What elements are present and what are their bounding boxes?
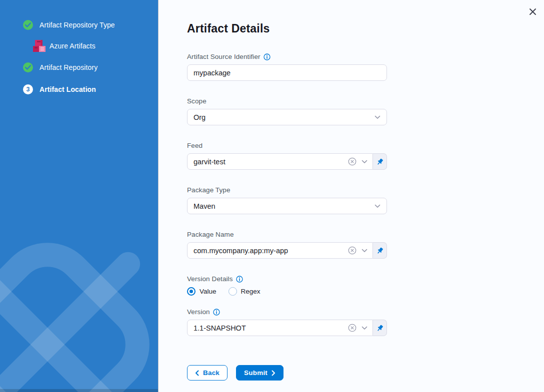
version-details-radio-group: Value Regex bbox=[187, 287, 387, 296]
field-label: Version bbox=[187, 308, 210, 316]
field-version: Version 1.1-SNAPSHOT bbox=[187, 308, 387, 336]
radio-option-regex[interactable]: Regex bbox=[228, 287, 260, 296]
scope-select[interactable]: Org bbox=[187, 109, 387, 125]
artifact-source-identifier-input[interactable] bbox=[187, 64, 387, 81]
fixed-value-pin-button[interactable] bbox=[373, 320, 387, 336]
package-type-select[interactable]: Maven bbox=[187, 198, 387, 214]
fixed-value-pin-button[interactable] bbox=[373, 242, 387, 259]
package-name-input[interactable]: com.mycompany.app:my-app bbox=[187, 242, 373, 259]
chevron-left-icon bbox=[195, 370, 199, 376]
page-title: Artifact Details bbox=[187, 22, 544, 35]
radio-label: Regex bbox=[241, 288, 260, 295]
step-artifact-location[interactable]: 3 Artifact Location bbox=[23, 84, 158, 94]
info-icon[interactable] bbox=[236, 276, 243, 283]
clear-icon[interactable] bbox=[348, 246, 357, 255]
field-artifact-source-identifier: Artifact Source Identifier bbox=[187, 52, 387, 81]
field-package-type: Package Type Maven bbox=[187, 186, 387, 214]
package-type-selected-value: Maven bbox=[194, 202, 374, 210]
step-artifact-repository[interactable]: Artifact Repository bbox=[23, 62, 158, 72]
radio-option-value[interactable]: Value bbox=[187, 287, 216, 296]
step-label: Artifact Repository Type bbox=[40, 21, 115, 29]
fixed-value-pin-button[interactable] bbox=[373, 153, 387, 170]
field-version-details: Version Details Value Regex bbox=[187, 275, 387, 296]
field-label: Feed bbox=[187, 142, 202, 149]
wizard-actions: Back Submit bbox=[187, 365, 544, 381]
field-label: Scope bbox=[187, 97, 206, 105]
wizard-steps: Artifact Repository Type Azure Ar bbox=[0, 0, 158, 94]
version-input[interactable]: 1.1-SNAPSHOT bbox=[187, 320, 373, 336]
close-icon bbox=[529, 8, 536, 15]
package-name-combobox: com.mycompany.app:my-app bbox=[187, 242, 387, 259]
feed-value: garvit-test bbox=[194, 158, 343, 166]
submit-button-label: Submit bbox=[244, 369, 268, 377]
field-scope: Scope Org bbox=[187, 97, 387, 125]
back-button[interactable]: Back bbox=[187, 365, 228, 381]
field-label: Package Name bbox=[187, 231, 234, 238]
info-icon[interactable] bbox=[213, 309, 220, 316]
feed-input[interactable]: garvit-test bbox=[187, 153, 373, 170]
sidebar-bottom-strip bbox=[0, 389, 158, 392]
scope-selected-value: Org bbox=[194, 113, 374, 121]
chevron-down-icon[interactable] bbox=[362, 160, 368, 164]
field-feed: Feed garvit-test bbox=[187, 141, 387, 170]
package-name-value: com.mycompany.app:my-app bbox=[194, 247, 343, 255]
azure-artifacts-icon bbox=[32, 38, 46, 53]
chevron-right-icon bbox=[272, 370, 276, 376]
wizard-sidebar: Artifact Repository Type Azure Ar bbox=[0, 0, 158, 392]
field-label: Package Type bbox=[187, 186, 230, 194]
artifact-wizard-modal: Artifact Repository Type Azure Ar bbox=[0, 0, 544, 392]
back-button-label: Back bbox=[203, 369, 220, 377]
radio-unselected-icon bbox=[228, 287, 237, 296]
pin-icon bbox=[376, 324, 384, 332]
chevron-down-icon bbox=[374, 204, 380, 208]
clear-icon[interactable] bbox=[348, 323, 357, 333]
submit-button[interactable]: Submit bbox=[236, 365, 284, 381]
radio-selected-icon bbox=[187, 287, 196, 296]
artifact-details-panel: Artifact Details Artifact Source Identif… bbox=[158, 0, 544, 392]
sidebar-item-azure-artifacts[interactable]: Azure Artifacts bbox=[32, 37, 158, 54]
step-label: Artifact Repository bbox=[40, 63, 98, 71]
pin-icon bbox=[376, 247, 384, 255]
field-package-name: Package Name com.mycompany.app:my-app bbox=[187, 230, 387, 259]
field-label: Artifact Source Identifier bbox=[187, 53, 260, 60]
pin-icon bbox=[376, 158, 384, 166]
info-icon[interactable] bbox=[264, 53, 270, 60]
version-combobox: 1.1-SNAPSHOT bbox=[187, 320, 387, 336]
field-label: Version Details bbox=[187, 275, 233, 283]
step-artifact-repository-type[interactable]: Artifact Repository Type bbox=[23, 20, 158, 30]
repo-type-label: Azure Artifacts bbox=[50, 42, 96, 50]
version-value: 1.1-SNAPSHOT bbox=[194, 324, 343, 332]
step-complete-check-icon bbox=[23, 62, 33, 72]
chevron-down-icon bbox=[374, 115, 380, 119]
step-complete-check-icon bbox=[23, 20, 33, 30]
step-label: Artifact Location bbox=[40, 85, 96, 93]
radio-label: Value bbox=[200, 288, 216, 295]
chevron-down-icon[interactable] bbox=[362, 326, 368, 330]
close-button[interactable] bbox=[527, 6, 538, 17]
chevron-down-icon[interactable] bbox=[362, 249, 368, 253]
feed-combobox: garvit-test bbox=[187, 153, 387, 170]
step-number-badge: 3 bbox=[23, 84, 33, 94]
clear-icon[interactable] bbox=[348, 157, 357, 166]
